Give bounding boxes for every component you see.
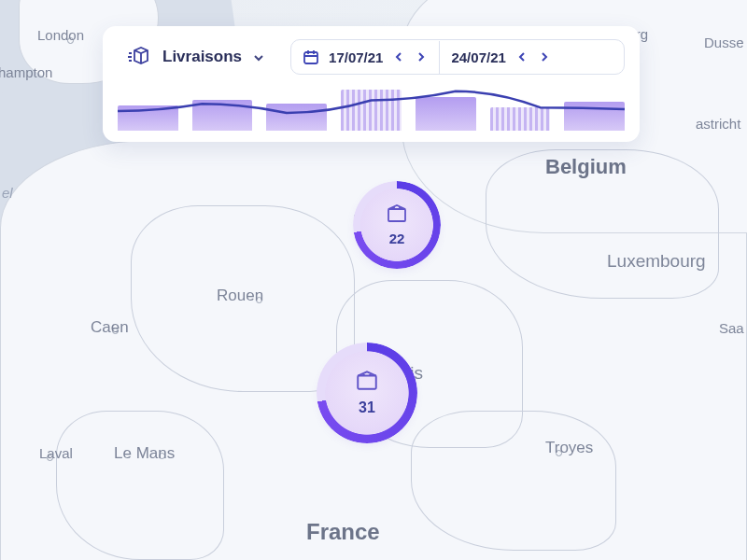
- start-date[interactable]: 17/07/21: [329, 49, 383, 65]
- svg-rect-1: [388, 209, 405, 221]
- delivery-cluster[interactable]: 31: [321, 347, 413, 439]
- end-date[interactable]: 24/07/21: [451, 49, 505, 65]
- chart-bar: [490, 107, 551, 131]
- chart-bar: [416, 97, 476, 131]
- chevron-down-icon: [253, 48, 264, 66]
- chart-bar: [341, 90, 402, 131]
- chart-bar: [266, 104, 327, 131]
- svg-rect-0: [304, 52, 317, 63]
- control-panel: Livraisons 17/07/21: [103, 26, 640, 142]
- calendar-icon: [303, 49, 319, 65]
- start-next-button[interactable]: [415, 49, 428, 64]
- chart-bar: [564, 102, 625, 131]
- chart-bar: [118, 105, 178, 131]
- end-prev-button[interactable]: [515, 49, 529, 64]
- start-prev-button[interactable]: [392, 49, 405, 64]
- end-next-button[interactable]: [538, 49, 551, 64]
- cluster-count: 22: [389, 231, 405, 246]
- svg-rect-2: [358, 376, 376, 389]
- package-icon: [386, 203, 408, 227]
- delivery-icon: [127, 47, 151, 67]
- cluster-count: 31: [359, 399, 375, 416]
- chart-bar: [192, 100, 253, 131]
- timeline-chart[interactable]: [118, 86, 625, 131]
- date-range-picker: 17/07/21 24/07/21: [290, 39, 625, 75]
- delivery-cluster[interactable]: 22: [357, 185, 437, 265]
- mode-label: Livraisons: [162, 48, 242, 66]
- package-icon: [355, 370, 379, 396]
- mode-dropdown[interactable]: Livraisons: [118, 39, 277, 75]
- map-view[interactable]: London Brighton hampton Middelburg Dusse…: [0, 0, 747, 560]
